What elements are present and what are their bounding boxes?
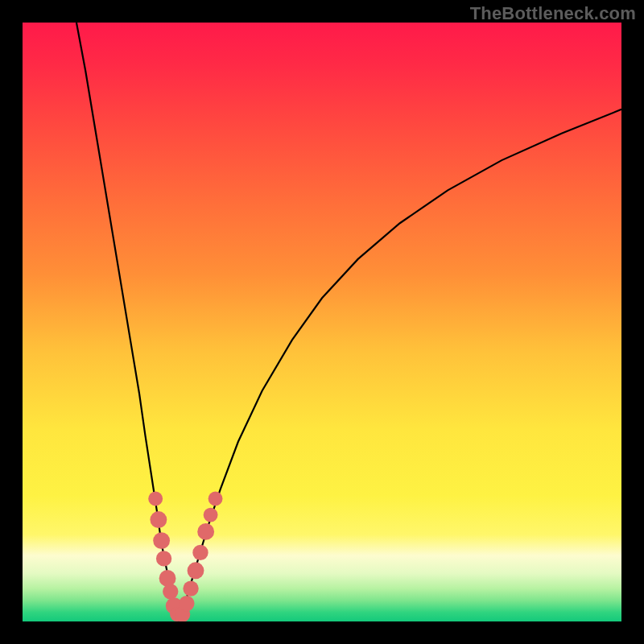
chart-frame: TheBottleneck.com (0, 0, 644, 644)
marker-dot (159, 570, 176, 587)
marker-dot (163, 584, 178, 599)
marker-dot (153, 532, 170, 549)
watermark-text: TheBottleneck.com (470, 3, 636, 24)
marker-dot (183, 580, 198, 596)
marker-dot (197, 523, 214, 540)
marker-dot (150, 511, 167, 528)
chart-svg (23, 23, 621, 621)
marker-dot (208, 492, 223, 506)
plot-area (23, 23, 621, 621)
marker-dot (179, 596, 194, 611)
marker-dot (156, 551, 171, 566)
gradient-background (23, 23, 621, 621)
marker-dot (192, 545, 208, 560)
marker-dot (204, 508, 218, 522)
marker-dot (188, 562, 204, 579)
marker-dot (148, 492, 163, 506)
